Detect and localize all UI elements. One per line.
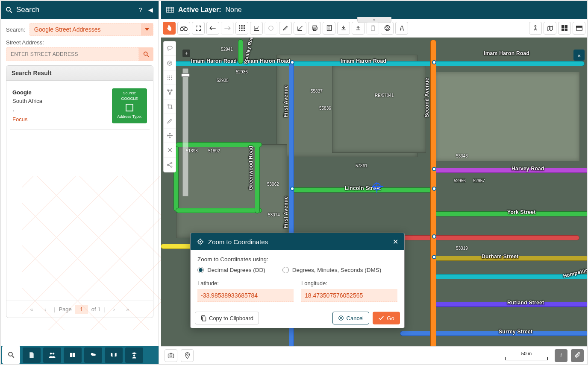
measure-button[interactable] — [294, 22, 306, 35]
dots-tool-button[interactable] — [164, 70, 176, 85]
grid4-button[interactable] — [558, 22, 571, 35]
info-button[interactable]: i — [555, 349, 567, 362]
chart-button[interactable] — [250, 22, 263, 35]
zoom-slider-handle[interactable] — [181, 73, 190, 77]
pager-first-button[interactable]: « — [26, 304, 37, 315]
pin-button[interactable] — [181, 349, 194, 362]
latitude-label: Latitude: — [197, 280, 294, 286]
svg-rect-43 — [576, 26, 582, 27]
binoculars-button[interactable] — [177, 22, 190, 35]
street-label: Durham Street — [482, 254, 519, 260]
copy-clipboard-button[interactable]: Copy to Clipboard — [195, 312, 259, 324]
parcel-number: 57861 — [356, 164, 368, 168]
forward-button — [221, 22, 234, 35]
zoom-slider[interactable] — [182, 68, 188, 196]
pager-page-input[interactable] — [75, 305, 88, 314]
upload-button[interactable] — [352, 22, 365, 35]
fullscreen-button[interactable] — [192, 22, 205, 35]
map-canvas[interactable]: /* decorative only */ Imam Haron Road Im… — [161, 38, 587, 346]
svg-point-44 — [167, 46, 172, 50]
clear-tool-button[interactable] — [164, 56, 176, 70]
radio-dms[interactable]: Degrees, Minutes, Seconds (DMS) — [282, 267, 382, 273]
parcel-number: 55836 — [319, 106, 331, 111]
lasso-tool-button[interactable] — [164, 41, 176, 56]
result-comma: , — [12, 105, 109, 114]
collapse-panel-button[interactable]: ◀ — [147, 6, 154, 13]
search-panel-title: Search — [16, 6, 134, 14]
print-button[interactable] — [308, 22, 321, 35]
panel-toggle-button[interactable] — [573, 22, 585, 35]
tab-people[interactable] — [43, 347, 61, 363]
latitude-input[interactable] — [197, 289, 294, 302]
help-button[interactable]: ? — [138, 6, 144, 13]
street-address-input[interactable] — [6, 47, 139, 61]
search-type-value: Google Street Addresses — [34, 26, 101, 33]
pager-last-button[interactable]: » — [123, 304, 133, 315]
search-result-card: Search Result Google South Africa , Focu… — [6, 65, 153, 318]
move-tool-button[interactable] — [164, 128, 176, 143]
pointer-tool-button[interactable] — [163, 22, 176, 35]
sidebar-tabs — [1, 346, 159, 364]
radio-circle-icon — [197, 267, 204, 273]
svg-point-4 — [9, 352, 12, 356]
grid-tool-button[interactable] — [235, 22, 248, 35]
crop-tool-button[interactable] — [164, 99, 176, 114]
back-button[interactable] — [206, 22, 219, 35]
search-type-select[interactable]: Google Street Addresses — [29, 23, 153, 36]
share-tool-button[interactable] — [164, 158, 176, 172]
svg-point-2 — [144, 52, 147, 55]
pencil-tool-button[interactable] — [164, 114, 176, 128]
delete-tool-button[interactable] — [164, 143, 176, 158]
cancel-button[interactable]: Cancel — [332, 312, 369, 324]
street-label: Imam Haron Road — [341, 58, 386, 64]
svg-point-66 — [170, 355, 172, 357]
pager-prev-button[interactable]: ‹ — [40, 304, 50, 315]
attach-button[interactable] — [571, 349, 584, 362]
parcel-number: 52957 — [473, 178, 485, 183]
page-button[interactable] — [323, 22, 335, 35]
grid-header-icon — [166, 7, 174, 13]
go-button[interactable]: Go — [373, 312, 400, 324]
longitude-input[interactable] — [301, 289, 397, 302]
svg-rect-22 — [244, 27, 245, 29]
svg-rect-34 — [371, 26, 374, 31]
soccer-button[interactable] — [381, 22, 394, 35]
tab-book[interactable] — [64, 347, 82, 363]
zoom-in-button[interactable]: + — [182, 50, 190, 57]
svg-rect-17 — [239, 25, 240, 26]
zoom-coordinates-dialog: Zoom to Coordinates ✕ Zoom to Coordinate… — [190, 233, 405, 328]
result-source-badge: Source: GOOGLE Address Type: — [112, 88, 147, 123]
tab-officer[interactable] — [125, 347, 143, 363]
address-type-label: Address Type: — [117, 114, 141, 119]
road-button[interactable] — [395, 22, 408, 35]
streetview-button[interactable] — [529, 22, 542, 35]
search-submit-button[interactable] — [139, 47, 153, 61]
edit-button[interactable] — [279, 22, 292, 35]
tab-search[interactable] — [2, 346, 20, 364]
download-button[interactable] — [337, 22, 350, 35]
svg-point-47 — [169, 76, 170, 76]
parcel-number: 52936 — [236, 70, 248, 74]
dialog-title: Zoom to Coordinates — [208, 238, 388, 245]
basemap-button[interactable] — [544, 22, 556, 35]
svg-point-15 — [180, 27, 184, 31]
radio-decimal-degrees[interactable]: Decimal Degrees (DD) — [197, 267, 265, 273]
expand-legend-button[interactable]: « — [573, 50, 585, 61]
search-result-item[interactable]: Google South Africa , Focus Source: GOOG… — [10, 85, 150, 130]
network-tool-button[interactable] — [164, 85, 176, 99]
clipboard-button — [366, 22, 379, 35]
tab-document[interactable] — [23, 347, 41, 363]
street-label: York Street — [507, 209, 535, 215]
street-label: First Avenue — [283, 85, 289, 117]
tab-weather[interactable] — [84, 347, 102, 363]
tab-open-book[interactable] — [105, 347, 123, 363]
dialog-close-button[interactable]: ✕ — [393, 238, 398, 246]
street-label: Imam Haron Road — [191, 58, 237, 64]
parcel-number: RE/57841 — [375, 93, 394, 98]
result-pager: « ‹ | Page of 1 | › » — [6, 301, 153, 318]
camera-button[interactable] — [165, 349, 177, 362]
pager-next-button[interactable]: › — [109, 304, 119, 315]
svg-line-3 — [147, 55, 149, 57]
parcel-number: 53074 — [268, 213, 280, 217]
result-focus-link[interactable]: Focus — [12, 115, 109, 124]
